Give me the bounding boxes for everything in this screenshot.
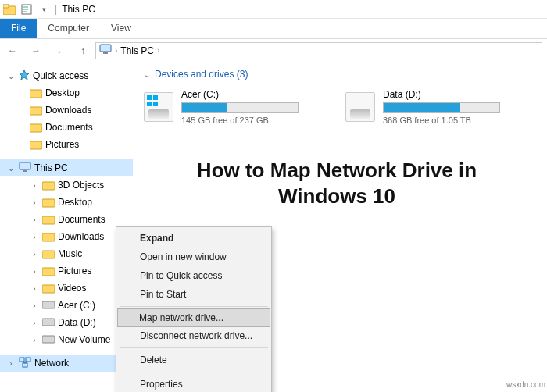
svg-rect-17	[42, 216, 55, 224]
context-menu-separator	[120, 347, 268, 348]
svg-rect-16	[42, 199, 55, 207]
folder-icon	[42, 180, 55, 191]
qat-dropdown-icon[interactable]: ▾	[38, 3, 50, 16]
nav-back-icon[interactable]: ←	[5, 45, 20, 56]
sidebar-item-acer-c[interactable]: ›Acer (C:)	[0, 297, 133, 314]
sidebar-item-documents[interactable]: Documents	[0, 119, 133, 136]
tab-view[interactable]: View	[100, 19, 142, 38]
chevron-right-icon[interactable]: ›	[30, 216, 39, 224]
group-header-devices[interactable]: ⌄ Devices and drives (3)	[144, 69, 536, 80]
cm-pin-start[interactable]: Pin to Start	[118, 285, 270, 304]
chevron-right-icon[interactable]: ›	[30, 181, 39, 190]
folder-icon	[42, 231, 55, 242]
this-pc-icon	[99, 44, 112, 57]
svg-rect-9	[30, 90, 42, 98]
sidebar-item-label: Music	[58, 248, 82, 259]
chevron-right-icon[interactable]: ›	[30, 198, 39, 207]
address-bar: ← → ⌄ ↑ › This PC ›	[0, 39, 547, 62]
tab-computer[interactable]: Computer	[37, 19, 100, 38]
chevron-down-icon[interactable]: ⌄	[6, 164, 16, 173]
chevron-right-icon: ›	[115, 46, 117, 55]
sidebar-item-label: Pictures	[58, 265, 91, 276]
sidebar-item-3d-objects[interactable]: ›3D Objects	[0, 176, 133, 194]
drive-name: Data (D:)	[383, 89, 500, 100]
sidebar-item-music[interactable]: ›Music	[0, 245, 133, 262]
properties-qat-icon[interactable]	[20, 3, 33, 16]
tab-file[interactable]: File	[0, 19, 37, 38]
sidebar-item-this-pc[interactable]: ⌄ This PC	[0, 159, 133, 176]
sidebar-item-new-volume[interactable]: ›New Volume	[0, 331, 133, 348]
drives-grid: Acer (C:) 145 GB free of 237 GB Data (D:…	[144, 89, 536, 125]
chevron-right-icon[interactable]: ›	[30, 267, 39, 276]
sidebar-item-desktop-pc[interactable]: ›Desktop	[0, 194, 133, 211]
cm-map-network-drive[interactable]: Map network drive...	[117, 308, 270, 327]
cm-properties[interactable]: Properties	[118, 375, 270, 392]
folder-icon	[30, 87, 42, 98]
folder-icon	[30, 105, 42, 116]
sidebar-item-pictures-pc[interactable]: ›Pictures	[0, 262, 133, 280]
sidebar-item-documents-pc[interactable]: ›Documents	[0, 211, 133, 228]
sidebar-item-network[interactable]: › Network	[0, 355, 133, 372]
svg-rect-21	[42, 285, 55, 293]
cm-disconnect-network-drive[interactable]: Disconnect network drive...	[118, 326, 270, 345]
nav-forward-icon[interactable]: →	[28, 45, 44, 56]
drive-icon	[345, 92, 375, 122]
sidebar-item-data-d[interactable]: ›Data (D:)	[0, 314, 133, 331]
chevron-down-icon[interactable]: ⌄	[6, 72, 16, 80]
window-title: This PC	[62, 4, 95, 15]
chevron-right-icon[interactable]: ›	[30, 284, 39, 293]
svg-rect-13	[20, 162, 30, 169]
folder-icon	[42, 248, 55, 259]
sidebar-item-label: Acer (C:)	[58, 300, 95, 311]
drive-icon	[42, 317, 55, 329]
nav-recent-icon[interactable]: ⌄	[52, 47, 67, 55]
overlay-title: How to Map Network Drive in Windows 10	[153, 158, 520, 210]
sidebar-item-label: Data (D:)	[58, 317, 96, 328]
svg-rect-11	[30, 124, 42, 132]
drive-icon	[144, 92, 173, 122]
chevron-right-icon[interactable]: ›	[30, 233, 39, 241]
nav-up-icon[interactable]: ↑	[75, 45, 91, 56]
sidebar-item-downloads-pc[interactable]: ›Downloads	[0, 228, 133, 245]
sidebar-item-label: Desktop	[58, 197, 92, 208]
sidebar-item-label: Videos	[58, 283, 86, 294]
svg-rect-27	[23, 363, 27, 367]
sidebar-item-label: Quick access	[33, 70, 88, 81]
this-pc-icon	[19, 162, 31, 175]
cm-expand[interactable]: Expand	[118, 229, 270, 248]
chevron-right-icon[interactable]: ›	[30, 319, 39, 327]
folder-icon	[30, 139, 42, 150]
context-menu: Expand Open in new window Pin to Quick a…	[116, 226, 272, 392]
drive-free-text: 368 GB free of 1.05 TB	[383, 116, 500, 125]
titlebar: ▾ | This PC	[0, 0, 547, 19]
drive-free-text: 145 GB free of 237 GB	[181, 116, 299, 125]
sidebar-item-videos[interactable]: ›Videos	[0, 280, 133, 297]
cm-open-new-window[interactable]: Open in new window	[118, 248, 270, 266]
chevron-right-icon[interactable]: ›	[6, 359, 16, 368]
svg-rect-32	[147, 102, 152, 106]
chevron-right-icon[interactable]: ›	[30, 250, 39, 258]
breadcrumb[interactable]: › This PC ›	[95, 42, 542, 59]
drive-icon	[42, 300, 55, 312]
svg-rect-19	[42, 251, 55, 258]
breadcrumb-this-pc[interactable]: This PC	[120, 45, 154, 56]
sidebar-item-desktop[interactable]: Desktop	[0, 84, 133, 102]
drive-item-data-d[interactable]: Data (D:) 368 GB free of 1.05 TB	[345, 89, 500, 125]
chevron-right-icon: ›	[157, 46, 159, 55]
sidebar-item-label: Pictures	[45, 139, 79, 150]
sidebar-item-quick-access[interactable]: ⌄ Quick access	[0, 67, 133, 84]
sidebar-item-pictures[interactable]: Pictures	[0, 136, 133, 153]
svg-rect-18	[42, 233, 55, 241]
context-menu-separator	[120, 306, 268, 307]
svg-rect-6	[100, 45, 111, 52]
cm-delete[interactable]: Delete	[118, 351, 270, 369]
chevron-right-icon[interactable]: ›	[30, 336, 39, 344]
cm-pin-quick-access[interactable]: Pin to Quick access	[118, 266, 270, 285]
sidebar-item-label: Desktop	[45, 87, 80, 98]
svg-rect-30	[147, 95, 152, 100]
drive-item-acer-c[interactable]: Acer (C:) 145 GB free of 237 GB	[144, 89, 299, 125]
drive-name: Acer (C:)	[181, 89, 299, 100]
sidebar-item-downloads[interactable]: Downloads	[0, 102, 133, 119]
usage-fill	[182, 103, 227, 112]
chevron-right-icon[interactable]: ›	[30, 301, 39, 310]
